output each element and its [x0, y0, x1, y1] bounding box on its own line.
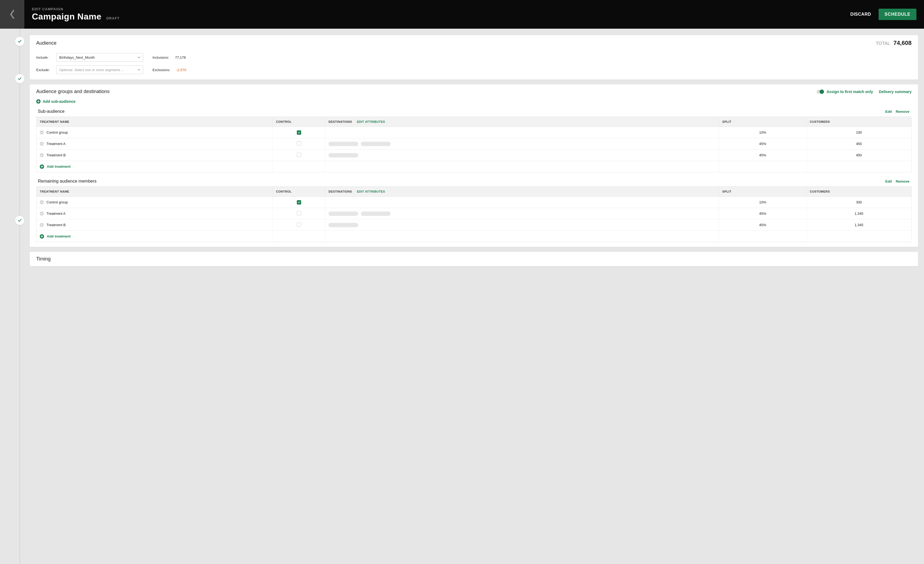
destinations-cell — [325, 220, 719, 231]
chevron-down-icon — [138, 56, 140, 59]
inclusions-label: Inclusions: — [153, 56, 169, 60]
add-treatment-button[interactable]: Add treatment — [40, 234, 269, 239]
remove-link[interactable]: Remove — [896, 179, 909, 183]
check-icon — [18, 77, 22, 81]
include-label: Include: — [36, 56, 52, 60]
plus-circle-icon — [40, 234, 44, 239]
remove-link[interactable]: Remove — [896, 110, 909, 114]
toggle-knob — [820, 90, 824, 94]
remove-row-icon[interactable] — [40, 130, 44, 134]
split-value: 45% — [719, 150, 806, 161]
remove-row-icon[interactable] — [40, 223, 44, 227]
col-destinations: DESTINATIONSEDIT ATTRIBUTES — [325, 117, 719, 127]
back-button[interactable] — [0, 0, 24, 29]
col-customers: CUSTOMERS — [806, 186, 911, 197]
include-select[interactable]: Birthdays_Next_Month — [56, 53, 143, 62]
plus-circle-icon — [40, 164, 44, 169]
app-root: EDIT CAMPAIGN Campaign Name DRAFT DISCAR… — [0, 0, 924, 564]
treatment-name: Control group — [46, 200, 68, 204]
timing-title: Timing — [36, 256, 51, 262]
remove-row-icon[interactable] — [40, 153, 44, 157]
destinations-cell — [325, 208, 719, 220]
eyebrow: EDIT CAMPAIGN — [32, 7, 850, 11]
exclude-label: Exclude: — [36, 68, 52, 72]
exclude-select[interactable]: Optional. Select one or more segments ..… — [56, 65, 143, 74]
exclude-placeholder: Optional. Select one or more segments ..… — [59, 68, 124, 72]
table-row: Treatment A45%450 — [36, 138, 912, 150]
delivery-summary-link[interactable]: Delivery summary — [879, 90, 912, 94]
split-value: 45% — [719, 208, 806, 220]
subgroup-head: Sub-audience Edit Remove — [36, 107, 912, 117]
title-row: Campaign Name DRAFT — [32, 12, 850, 22]
sections: Audience TOTAL 74,608 Include: Birthdays… — [0, 29, 924, 278]
customers-value: 1,345 — [806, 208, 911, 220]
destinations-cell — [325, 197, 719, 208]
treatment-name: Treatment B — [46, 153, 66, 157]
exclude-row: Exclude: Optional. Select one or more se… — [36, 65, 912, 74]
table-row: Treatment B45%1,345 — [36, 220, 912, 231]
control-checkbox[interactable] — [297, 200, 301, 205]
split-value: 10% — [719, 127, 806, 138]
split-value: 10% — [719, 197, 806, 208]
control-checkbox[interactable] — [297, 223, 301, 227]
add-sub-audience-button[interactable]: Add sub-audience — [30, 97, 918, 107]
destination-pill[interactable] — [328, 212, 358, 216]
groups-header-right: Assign to first match only Delivery summ… — [817, 90, 912, 94]
audience-card: Audience TOTAL 74,608 Include: Birthdays… — [30, 35, 918, 80]
customers-value: 450 — [806, 138, 911, 150]
treatment-name: Treatment A — [46, 142, 65, 146]
total-label: TOTAL — [876, 41, 890, 46]
top-actions: DISCARD SCHEDULE — [850, 0, 924, 29]
customers-value: 450 — [806, 150, 911, 161]
plus-circle-icon — [36, 99, 40, 104]
groups-title: Audience groups and destinations — [36, 89, 110, 95]
timeline-rail — [20, 29, 20, 564]
split-value: 45% — [719, 220, 806, 231]
treatment-name: Treatment A — [46, 212, 65, 216]
control-checkbox[interactable] — [297, 141, 301, 146]
remove-row-icon[interactable] — [40, 200, 44, 204]
discard-button[interactable]: DISCARD — [850, 12, 871, 17]
table-row: Control group10%100 — [36, 127, 912, 138]
destination-pill[interactable] — [328, 142, 358, 146]
treatment-table: TREATMENT NAMECONTROLDESTINATIONSEDIT AT… — [36, 186, 912, 242]
edit-attributes-link[interactable]: EDIT ATTRIBUTES — [357, 190, 385, 193]
col-treatment-name: TREATMENT NAME — [36, 117, 273, 127]
treatment-name: Treatment B — [46, 223, 66, 227]
assign-toggle[interactable] — [817, 90, 824, 93]
include-value: Birthdays_Next_Month — [59, 56, 95, 60]
page-title: Campaign Name — [32, 12, 101, 22]
assign-toggle-wrap: Assign to first match only — [817, 90, 873, 94]
subgroup-actions: Edit Remove — [885, 110, 909, 114]
assign-label[interactable]: Assign to first match only — [826, 90, 873, 94]
control-checkbox[interactable] — [297, 211, 301, 215]
remove-row-icon[interactable] — [40, 212, 44, 216]
add-treatment-button[interactable]: Add treatment — [40, 164, 269, 169]
edit-attributes-link[interactable]: EDIT ATTRIBUTES — [357, 120, 385, 123]
timing-card: Timing — [30, 252, 918, 266]
destination-pill[interactable] — [361, 142, 391, 146]
table-row: Control group10%300 — [36, 197, 912, 208]
check-icon — [18, 39, 22, 43]
add-treatment-row: Add treatment — [36, 161, 912, 172]
control-checkbox[interactable] — [297, 153, 301, 157]
edit-link[interactable]: Edit — [885, 110, 892, 114]
customers-value: 100 — [806, 127, 911, 138]
remove-row-icon[interactable] — [40, 142, 44, 146]
destination-pill[interactable] — [328, 153, 358, 158]
timing-header: Timing — [30, 252, 918, 266]
add-treatment-row: Add treatment — [36, 231, 912, 242]
subgroup-title: Sub-audience — [38, 109, 64, 114]
destination-pill[interactable] — [361, 212, 391, 216]
destination-pill[interactable] — [328, 223, 358, 227]
edit-link[interactable]: Edit — [885, 179, 892, 183]
subgroup-title: Remaining audience members — [38, 179, 96, 183]
audience-header: Audience TOTAL 74,608 — [30, 35, 918, 50]
subgroup-remaining: Remaining audience members Edit Remove T… — [30, 177, 918, 247]
schedule-button[interactable]: SCHEDULE — [879, 9, 916, 20]
table-row: Treatment B45%450 — [36, 150, 912, 161]
inclusions-value: 77,178 — [175, 56, 186, 60]
destinations-cell — [325, 127, 719, 138]
control-checkbox[interactable] — [297, 130, 301, 135]
customers-value: 300 — [806, 197, 911, 208]
